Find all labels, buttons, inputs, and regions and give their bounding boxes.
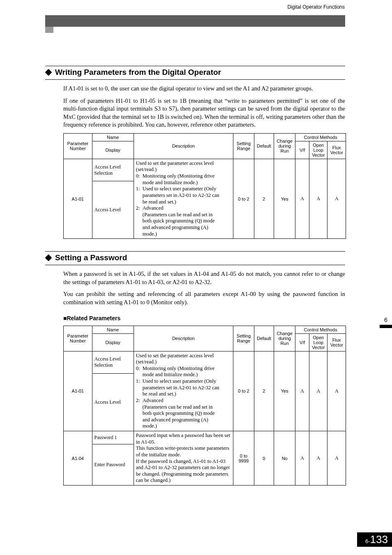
page-content: Writing Parameters from the Digital Oper…	[45, 66, 345, 498]
divider	[45, 251, 345, 252]
section-heading: Writing Parameters from the Digital Oper…	[45, 68, 345, 80]
th-vf: V/f	[295, 333, 309, 351]
cell-name: Access Level Selection	[92, 159, 134, 181]
th-chg: Change during Run	[274, 326, 295, 351]
desc-item: Monitoring only (Monitoring drive mode a…	[143, 365, 221, 378]
chapter-marker: 6	[380, 317, 392, 328]
th-def: Default	[254, 326, 274, 351]
cell-sr: 0 to 9999	[233, 431, 254, 486]
section-title: Setting a Password	[55, 253, 127, 262]
cell-desc: Used to set the parameter access level (…	[134, 159, 233, 239]
cell-def: 2	[254, 351, 274, 431]
cell-desc: Password input when a password has been …	[134, 431, 233, 486]
desc-item: Monitoring only (Monitoring drive mode a…	[143, 173, 221, 186]
cell-param: A1-01	[64, 159, 92, 239]
paragraph: If one of parameters H1-01 to H1-05 is s…	[63, 97, 345, 129]
section-title: Writing Parameters from the Digital Oper…	[55, 68, 221, 77]
desc-item: Advanced (Parameters can be read and set…	[143, 398, 221, 430]
th-desc: Description	[134, 326, 233, 351]
svg-rect-1	[45, 254, 52, 261]
chapter-bar	[380, 325, 392, 328]
page-number: 133	[370, 533, 388, 546]
subheading: ■Related Parameters	[63, 315, 345, 321]
table-row: A1-04 Password 1 Password input when a p…	[64, 431, 346, 444]
th-display: Display	[92, 141, 134, 159]
th-olv: Open Loop Vector	[309, 141, 327, 159]
cell-olv: A	[309, 159, 327, 239]
cell-name: Password 1	[92, 431, 134, 444]
cell-flux: A	[327, 159, 346, 239]
th-olv: Open Loop Vector	[309, 333, 327, 351]
page-prefix: 6-	[365, 538, 370, 544]
cell-chg: Yes	[274, 351, 295, 431]
cell-name: Access Level Selection	[92, 351, 134, 374]
paragraph: You can prohibit the setting and referen…	[63, 290, 345, 306]
desc-intro: Used to set the parameter access level (…	[136, 353, 214, 365]
paragraph: If A1-01 is set to 0, the user can use t…	[63, 85, 345, 93]
cell-sr: 0 to 2	[233, 351, 254, 431]
th-desc: Description	[134, 133, 233, 159]
th-sr: Setting Range	[233, 133, 254, 159]
desc-item: Used to select user parameter (Only para…	[143, 378, 221, 398]
cell-def: 0	[254, 431, 274, 486]
cell-olv: A	[309, 431, 327, 486]
parameter-table: Parameter Number Name Description Settin…	[63, 133, 346, 239]
cell-vf: A	[295, 351, 309, 431]
cell-flux: A	[327, 351, 346, 431]
cell-chg: Yes	[274, 159, 295, 239]
header-category: Digital Operator Functions	[288, 4, 345, 10]
parameter-table: Parameter Number Name Description Settin…	[63, 326, 346, 486]
th-display: Display	[92, 333, 134, 351]
cell-olv: A	[309, 351, 327, 431]
cell-display: Access Level	[92, 181, 134, 239]
cell-sr: 0 to 2	[233, 159, 254, 239]
table-row: A1-01 Access Level Selection Used to set…	[64, 351, 346, 374]
diamond-icon	[45, 69, 52, 76]
cell-param: A1-04	[64, 431, 92, 486]
th-param: Parameter Number	[64, 133, 92, 159]
th-cm: Control Methods	[295, 326, 346, 333]
th-flux: Flux Vector	[327, 333, 346, 351]
cell-vf: A	[295, 159, 309, 239]
cell-display: Enter Password	[92, 444, 134, 486]
paragraph: When a password is set in A1-05, if the …	[63, 270, 345, 286]
chapter-number: 6	[380, 317, 392, 323]
cell-param: A1-01	[64, 351, 92, 431]
cell-desc: Used to set the parameter access level (…	[134, 351, 233, 431]
th-flux: Flux Vector	[327, 141, 346, 159]
desc-item: Advanced (Parameters can be read and set…	[143, 205, 221, 237]
diamond-icon	[45, 254, 52, 261]
th-sr: Setting Range	[233, 326, 254, 351]
section-heading: Setting a Password	[45, 253, 345, 265]
th-cm: Control Methods	[295, 133, 346, 141]
desc-item: Used to select user parameter (Only para…	[143, 186, 221, 205]
cell-vf: A	[295, 431, 309, 486]
th-name: Name	[92, 326, 134, 333]
cell-chg: No	[274, 431, 295, 486]
page-badge: 6- 133	[357, 532, 392, 547]
desc-intro: Used to set the parameter access level (…	[136, 160, 214, 173]
th-vf: V/f	[295, 141, 309, 159]
cell-def: 2	[254, 159, 274, 239]
th-name: Name	[92, 133, 134, 141]
divider	[45, 66, 345, 66]
th-param: Parameter Number	[64, 326, 92, 351]
th-chg: Change during Run	[274, 133, 295, 159]
th-def: Default	[254, 133, 274, 159]
svg-rect-0	[45, 69, 52, 76]
header-bar	[45, 15, 345, 27]
table-row: A1-01 Access Level Selection Used to set…	[64, 159, 346, 181]
header-tab	[45, 27, 53, 33]
cell-flux: A	[327, 431, 346, 486]
cell-display: Access Level	[92, 374, 134, 431]
